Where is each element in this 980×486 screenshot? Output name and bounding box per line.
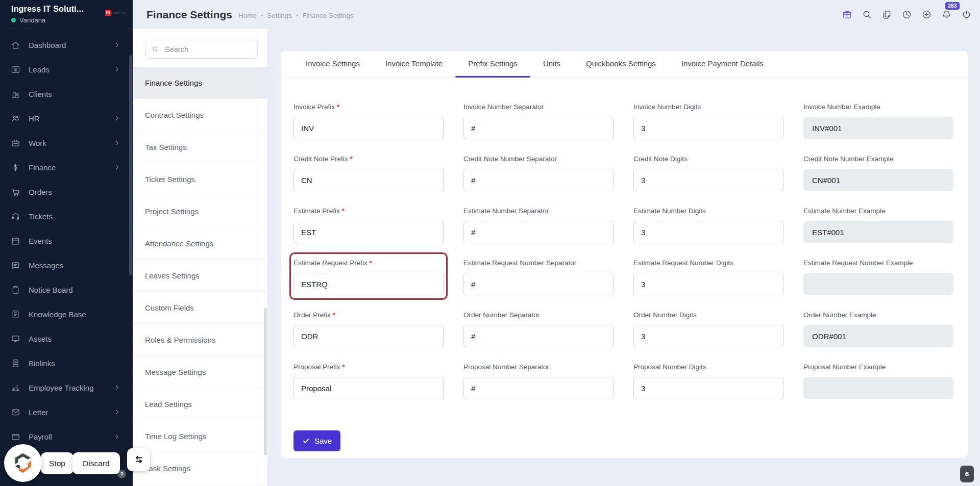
settings-nav-item[interactable]: Attendance Settings bbox=[133, 227, 267, 260]
sidebar-menu-item[interactable]: Dashboard bbox=[0, 33, 133, 57]
form-input[interactable] bbox=[803, 377, 953, 399]
breadcrumb-item[interactable]: Finance Settings bbox=[292, 12, 354, 19]
form-input[interactable] bbox=[463, 325, 614, 347]
field-label: Proposal Number Separator* bbox=[463, 363, 614, 371]
settings-nav-item[interactable]: Lead Settings bbox=[133, 388, 267, 420]
chevron-right-icon bbox=[113, 384, 120, 391]
sidebar-menu-item[interactable]: Employee Tracking bbox=[0, 375, 133, 400]
stop-button[interactable]: Stop bbox=[41, 452, 74, 474]
sidebar-item-label: Events bbox=[29, 237, 52, 245]
gift-icon[interactable] bbox=[842, 9, 852, 20]
tab[interactable]: Quickbooks Settings bbox=[573, 51, 669, 77]
settings-nav-item[interactable]: Contract Settings bbox=[133, 99, 267, 131]
sidebar-menu: Dashboard Leads Clients HR bbox=[0, 29, 133, 449]
tab[interactable]: Invoice Template bbox=[373, 51, 455, 77]
form-input[interactable] bbox=[293, 325, 444, 347]
tab[interactable]: Invoice Settings bbox=[293, 51, 373, 77]
form-input[interactable] bbox=[463, 377, 614, 399]
form-input[interactable] bbox=[293, 221, 444, 243]
form-input[interactable] bbox=[463, 117, 614, 139]
settings-nav-item[interactable]: Roles & Permissions bbox=[133, 324, 267, 356]
tab[interactable]: Units bbox=[530, 51, 573, 77]
field-label: Credit Note Number Example* bbox=[803, 155, 953, 163]
form-input[interactable] bbox=[463, 273, 614, 295]
form-input[interactable] bbox=[293, 117, 444, 139]
settings-nav-item[interactable]: Task Settings bbox=[133, 452, 267, 484]
sidebar-menu-item[interactable]: Messages bbox=[0, 253, 133, 277]
form-input[interactable] bbox=[293, 377, 444, 399]
swap-arrows-button[interactable] bbox=[127, 448, 150, 471]
page-title: Finance Settings bbox=[146, 9, 232, 21]
bell-icon[interactable]: 283 bbox=[941, 9, 952, 20]
search-input[interactable] bbox=[164, 45, 252, 54]
sidebar-menu-item[interactable]: Leads bbox=[0, 57, 133, 82]
settings-nav-item[interactable]: Ticket Settings bbox=[133, 163, 267, 195]
form-input[interactable] bbox=[803, 325, 953, 347]
sidebar-menu-item[interactable]: HR bbox=[0, 106, 133, 131]
notes-icon[interactable] bbox=[881, 9, 892, 20]
form-input[interactable] bbox=[463, 169, 614, 191]
sidebar-item-label: Dashboard bbox=[29, 41, 66, 49]
form-input[interactable] bbox=[633, 325, 783, 347]
field-label: Estimate Number Digits* bbox=[633, 207, 783, 215]
sidebar-menu-item[interactable]: Orders bbox=[0, 180, 133, 204]
breadcrumb-item[interactable]: Home bbox=[238, 12, 257, 19]
chevron-right-icon bbox=[113, 408, 120, 416]
form-input[interactable] bbox=[293, 273, 444, 295]
sidebar-menu-item[interactable]: Notice Board bbox=[0, 277, 133, 302]
form-input[interactable] bbox=[463, 221, 614, 243]
breadcrumb-item[interactable]: Settings bbox=[257, 12, 292, 19]
form-input[interactable] bbox=[633, 377, 783, 399]
sidebar-menu-item[interactable]: Finance bbox=[0, 155, 133, 180]
sidebar-menu-item[interactable]: Knowledge Base bbox=[0, 302, 133, 326]
tab[interactable]: Prefix Settings bbox=[455, 51, 530, 77]
field-label: Proposal Number Digits* bbox=[633, 363, 783, 371]
field-label: Order Number Example* bbox=[803, 311, 953, 319]
form-input[interactable] bbox=[803, 169, 953, 191]
history-icon[interactable] bbox=[901, 9, 912, 20]
settings-nav-item[interactable]: Leaves Settings bbox=[133, 260, 267, 292]
settings-nav-item[interactable]: Time Log Settings bbox=[133, 420, 267, 452]
power-icon[interactable] bbox=[961, 9, 972, 20]
sidebar-item-label: Tickets bbox=[29, 212, 53, 221]
field-label: Order Number Separator* bbox=[463, 311, 614, 319]
field-label: Credit Note Prefix* bbox=[293, 155, 444, 163]
sidebar-menu-item[interactable]: Letter bbox=[0, 400, 133, 424]
extension-page-badge[interactable]: 6 bbox=[960, 466, 974, 482]
sidebar-item-label: Payroll bbox=[29, 432, 52, 441]
sidebar-scrollbar[interactable] bbox=[129, 55, 132, 275]
sidebar-menu-item[interactable]: Clients bbox=[0, 82, 133, 106]
form-input[interactable] bbox=[633, 117, 783, 139]
sidebar-menu-item[interactable]: Work bbox=[0, 131, 133, 155]
recorder-logo[interactable] bbox=[4, 444, 42, 482]
sidebar-menu-item[interactable]: Tickets bbox=[0, 204, 133, 228]
save-button[interactable]: Save bbox=[293, 430, 340, 451]
sidebar-menu-item[interactable]: Biolinks bbox=[0, 351, 133, 375]
settings-nav-item[interactable]: Message Settings bbox=[133, 356, 267, 388]
settings-nav-item[interactable]: Project Settings bbox=[133, 195, 267, 227]
chevron-right-icon bbox=[113, 433, 120, 440]
form-field: Estimate Number Example* bbox=[803, 207, 953, 243]
settings-nav-item[interactable]: Custom Fields bbox=[133, 292, 267, 324]
form-input[interactable] bbox=[803, 221, 953, 243]
form-input[interactable] bbox=[633, 273, 783, 295]
tab[interactable]: Invoice Payment Details bbox=[669, 51, 776, 77]
chevron-right-icon bbox=[113, 164, 120, 171]
form-field: Proposal Prefix* bbox=[293, 363, 444, 399]
settings-nav-item[interactable]: Finance Settings bbox=[133, 67, 267, 99]
sidebar-menu-item[interactable]: Assets bbox=[0, 326, 133, 351]
form-field: Proposal Number Separator* bbox=[463, 363, 614, 399]
search-icon[interactable] bbox=[862, 9, 872, 20]
topbar: Finance Settings HomeSettingsFinance Set… bbox=[133, 0, 980, 29]
form-input[interactable] bbox=[293, 169, 444, 191]
discard-button[interactable]: Discard bbox=[72, 452, 120, 474]
form-input[interactable] bbox=[803, 117, 953, 139]
form-input[interactable] bbox=[633, 221, 783, 243]
settings-nav-item[interactable]: Tax Settings bbox=[133, 131, 267, 163]
field-label: Credit Note Number Separator* bbox=[463, 155, 614, 163]
form-input[interactable] bbox=[803, 273, 953, 295]
sidebar-menu-item[interactable]: Events bbox=[0, 228, 133, 253]
plus-circle-icon[interactable] bbox=[921, 9, 932, 20]
settings-panel-scrollbar[interactable] bbox=[264, 308, 267, 455]
form-input[interactable] bbox=[633, 169, 783, 191]
